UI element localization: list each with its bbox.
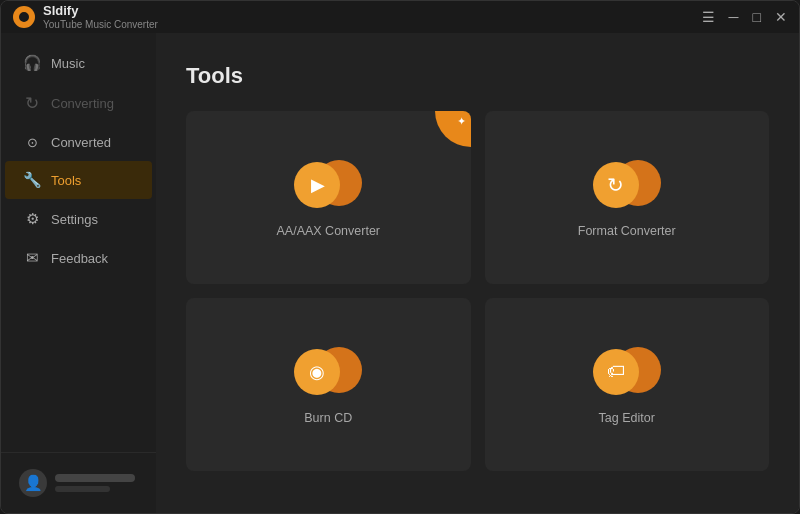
tool-label-burn: Burn CD <box>304 411 352 425</box>
tool-label-aa-aax: AA/AAX Converter <box>276 224 380 238</box>
user-info <box>55 474 138 492</box>
user-avatar-icon: 👤 <box>24 474 43 492</box>
sidebar-item-converted[interactable]: ⊙ Converted <box>5 125 152 160</box>
sidebar-item-feedback[interactable]: ✉ Feedback <box>5 239 152 277</box>
sidebar-label-music: Music <box>51 56 85 71</box>
tool-icon-burn: ◉ <box>294 345 362 397</box>
sidebar-label-tools: Tools <box>51 173 81 188</box>
tool-card-tag-editor[interactable]: 🏷 Tag Editor <box>485 298 770 471</box>
user-name-placeholder <box>55 474 135 482</box>
icon-circle-front-tag: 🏷 <box>593 349 639 395</box>
tool-icon-format: ↻ <box>593 158 661 210</box>
page-title: Tools <box>186 63 769 89</box>
cd-icon: ◉ <box>309 361 325 383</box>
sidebar: 🎧 Music ↻ Converting ⊙ Converted 🔧 Tools <box>1 33 156 513</box>
tools-icon: 🔧 <box>23 171 41 189</box>
app-logo <box>13 6 35 28</box>
titlebar-controls: ☰ ─ □ ✕ <box>702 10 787 24</box>
sidebar-item-music[interactable]: 🎧 Music <box>5 44 152 82</box>
sidebar-label-feedback: Feedback <box>51 251 108 266</box>
close-button[interactable]: ✕ <box>775 10 787 24</box>
sidebar-label-settings: Settings <box>51 212 98 227</box>
app-logo-inner <box>19 12 29 22</box>
sidebar-label-converted: Converted <box>51 135 111 150</box>
tool-card-aa-aax[interactable]: ✦ ▶ AA/AAX Converter <box>186 111 471 284</box>
avatar: 👤 <box>19 469 47 497</box>
sidebar-footer: 👤 <box>1 452 156 513</box>
app-subtitle: YouTube Music Converter <box>43 19 158 31</box>
content-area: Tools ✦ ▶ AA/AAX Converter <box>156 33 799 513</box>
feedback-icon: ✉ <box>23 249 41 267</box>
user-sub-placeholder <box>55 486 110 492</box>
titlebar-left: SIdify YouTube Music Converter <box>13 3 158 31</box>
maximize-button[interactable]: □ <box>753 10 761 24</box>
sidebar-label-converting: Converting <box>51 96 114 111</box>
play-icon: ▶ <box>311 174 325 196</box>
sidebar-item-settings[interactable]: ⚙ Settings <box>5 200 152 238</box>
converted-icon: ⊙ <box>23 135 41 150</box>
titlebar: SIdify YouTube Music Converter ☰ ─ □ ✕ <box>1 1 799 33</box>
icon-circle-front: ▶ <box>294 162 340 208</box>
menu-icon[interactable]: ☰ <box>702 10 715 24</box>
tool-label-format: Format Converter <box>578 224 676 238</box>
tool-icon-tag: 🏷 <box>593 345 661 397</box>
app-window: SIdify YouTube Music Converter ☰ ─ □ ✕ 🎧… <box>0 0 800 514</box>
user-area[interactable]: 👤 <box>13 463 144 503</box>
tool-icon-aa-aax: ▶ <box>294 158 362 210</box>
sidebar-item-converting: ↻ Converting <box>5 83 152 124</box>
tool-card-format-converter[interactable]: ↻ Format Converter <box>485 111 770 284</box>
headphones-icon: 🎧 <box>23 54 41 72</box>
sidebar-nav: 🎧 Music ↻ Converting ⊙ Converted 🔧 Tools <box>1 43 156 452</box>
icon-circle-front-format: ↻ <box>593 162 639 208</box>
badge-icon: ✦ <box>457 115 466 128</box>
minimize-button[interactable]: ─ <box>729 10 739 24</box>
app-name: SIdify <box>43 3 158 19</box>
tag-icon: 🏷 <box>607 361 625 382</box>
refresh-icon: ↻ <box>607 173 624 197</box>
settings-icon: ⚙ <box>23 210 41 228</box>
tool-card-burn-cd[interactable]: ◉ Burn CD <box>186 298 471 471</box>
tools-grid: ✦ ▶ AA/AAX Converter ↻ <box>186 111 769 471</box>
sidebar-item-tools[interactable]: 🔧 Tools <box>5 161 152 199</box>
tool-badge-aa-aax: ✦ <box>435 111 471 147</box>
main-layout: 🎧 Music ↻ Converting ⊙ Converted 🔧 Tools <box>1 33 799 513</box>
icon-circle-front-burn: ◉ <box>294 349 340 395</box>
converting-icon: ↻ <box>23 93 41 114</box>
tool-label-tag: Tag Editor <box>599 411 655 425</box>
